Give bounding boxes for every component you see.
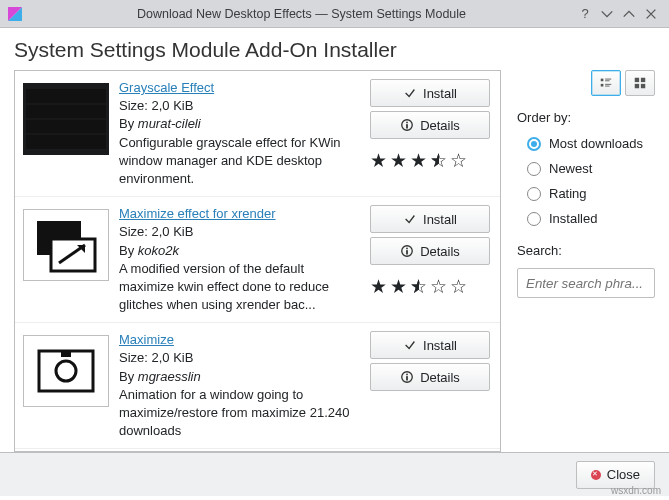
search-input[interactable] [517, 268, 655, 298]
addon-description: Configurable grayscale effect for KWin w… [119, 134, 360, 189]
svg-rect-24 [605, 80, 609, 81]
close-window-button[interactable] [641, 4, 661, 24]
list-view-button[interactable] [591, 70, 621, 96]
search-label: Search: [517, 243, 655, 258]
info-icon [400, 118, 414, 132]
addon-author: murat-cileli [138, 116, 201, 131]
addon-author: koko2k [138, 243, 179, 258]
order-by-label: Order by: [517, 110, 655, 125]
rating-stars: ★★★☆☆ [370, 151, 490, 170]
grid-view-icon [633, 76, 647, 90]
maximize-button[interactable] [619, 4, 639, 24]
order-newest[interactable]: Newest [517, 156, 655, 181]
help-button[interactable]: ? [575, 4, 595, 24]
addon-size: Size: 2,0 KiB [119, 223, 360, 241]
addon-thumbnail [23, 209, 109, 281]
svg-rect-8 [406, 124, 408, 128]
order-rating[interactable]: Rating [517, 181, 655, 206]
page-title: System Settings Module Add-On Installer [0, 28, 669, 70]
svg-rect-29 [641, 78, 645, 82]
addon-item: Maximize Size: 2,0 KiB By mgraesslin Ani… [15, 323, 500, 449]
addon-thumbnail [23, 83, 109, 155]
addon-item: Grayscale Effect Size: 2,0 KiB By murat-… [15, 71, 500, 197]
check-icon [403, 338, 417, 352]
svg-point-20 [406, 374, 408, 376]
radio-icon [527, 162, 541, 176]
svg-rect-26 [605, 84, 611, 85]
sidebar: Order by: Most downloads Newest Rating I… [505, 70, 655, 452]
addon-name-link[interactable]: Maximize [119, 331, 360, 349]
addon-size: Size: 2,0 KiB [119, 349, 360, 367]
svg-rect-22 [601, 79, 604, 82]
addon-name-link[interactable]: Maximize effect for xrender [119, 205, 360, 223]
install-button[interactable]: Install [370, 79, 490, 107]
svg-point-17 [56, 361, 76, 381]
install-button[interactable]: Install [370, 205, 490, 233]
addon-name-link[interactable]: Grayscale Effect [119, 79, 360, 97]
svg-point-7 [406, 122, 408, 124]
svg-point-14 [406, 248, 408, 250]
info-icon [400, 244, 414, 258]
addon-description: Animation for a window going to maximize… [119, 386, 360, 441]
svg-rect-23 [605, 79, 611, 80]
watermark: wsxdn.com [611, 485, 661, 496]
svg-rect-25 [601, 84, 604, 87]
titlebar: Download New Desktop Effects — System Se… [0, 0, 669, 28]
order-installed[interactable]: Installed [517, 206, 655, 231]
details-button[interactable]: Details [370, 363, 490, 391]
svg-rect-31 [641, 84, 645, 88]
details-button[interactable]: Details [370, 237, 490, 265]
radio-icon [527, 187, 541, 201]
svg-rect-30 [635, 84, 639, 88]
addon-thumbnail [23, 335, 109, 407]
install-button[interactable]: Install [370, 331, 490, 359]
addon-author: mgraesslin [138, 369, 201, 384]
app-logo-icon [8, 7, 22, 21]
addon-description: A modified version of the default maximi… [119, 260, 360, 315]
check-icon [403, 86, 417, 100]
details-button[interactable]: Details [370, 111, 490, 139]
window-title: Download New Desktop Effects — System Se… [30, 7, 573, 21]
rating-stars: ★★☆☆☆ [370, 277, 490, 296]
grid-view-button[interactable] [625, 70, 655, 96]
svg-rect-27 [605, 86, 609, 87]
footer: Close [0, 452, 669, 496]
svg-rect-15 [406, 250, 408, 254]
svg-rect-21 [406, 376, 408, 380]
addon-item: Maximize effect for xrender Size: 2,0 Ki… [15, 197, 500, 323]
addon-list: Grayscale Effect Size: 2,0 KiB By murat-… [14, 70, 501, 452]
svg-rect-18 [61, 351, 71, 357]
radio-icon [527, 137, 541, 151]
list-view-icon [599, 76, 613, 90]
info-icon [400, 370, 414, 384]
svg-rect-28 [635, 78, 639, 82]
close-icon [591, 470, 601, 480]
order-most-downloads[interactable]: Most downloads [517, 131, 655, 156]
radio-icon [527, 212, 541, 226]
check-icon [403, 212, 417, 226]
minimize-button[interactable] [597, 4, 617, 24]
addon-size: Size: 2,0 KiB [119, 97, 360, 115]
